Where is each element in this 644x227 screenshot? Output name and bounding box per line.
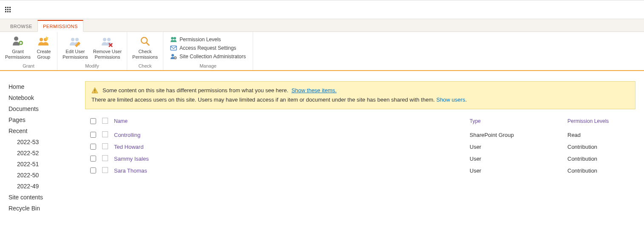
- svg-point-19: [175, 57, 176, 58]
- permissions-notice: Some content on this site has different …: [85, 81, 635, 109]
- table-row: Ted Howard User Contribution: [85, 141, 635, 153]
- permissions-table-header: Name Type Permission Levels: [85, 115, 635, 129]
- svg-point-7: [75, 38, 79, 41]
- item-type-icon: [102, 167, 108, 173]
- check-permissions-button[interactable]: CheckPermissions: [130, 34, 160, 62]
- principal-type: User: [470, 156, 567, 162]
- nav-documents[interactable]: Documents: [9, 103, 85, 114]
- item-type-icon: [102, 143, 108, 149]
- row-checkbox[interactable]: [90, 132, 96, 138]
- access-request-settings-icon: [170, 45, 177, 51]
- header-name[interactable]: Name: [114, 118, 470, 124]
- permission-levels-label: Permission Levels: [180, 37, 221, 43]
- notice-line1-text: Some content on this site has different …: [103, 87, 288, 94]
- warning-icon: [91, 87, 98, 94]
- svg-rect-16: [171, 46, 177, 50]
- principal-name-link[interactable]: Controlling: [114, 132, 140, 138]
- svg-point-4: [40, 38, 43, 41]
- permission-levels-link[interactable]: Permission Levels: [170, 36, 246, 43]
- grant-permissions-button[interactable]: GrantPermissions: [3, 34, 33, 62]
- tab-permissions[interactable]: PERMISSIONS: [37, 20, 83, 32]
- header-levels[interactable]: Permission Levels: [567, 118, 635, 124]
- site-collection-administrators-label: Site Collection Administrators: [180, 54, 246, 60]
- table-row: Sara Thomas User Contribution: [85, 165, 635, 176]
- show-these-items-link[interactable]: Show these items.: [291, 87, 336, 94]
- svg-rect-3: [20, 43, 22, 43]
- remove-user-permissions-icon: [100, 34, 114, 48]
- content-area: Home Notebook Documents Pages Recent 202…: [0, 71, 644, 214]
- principal-name-link[interactable]: Ted Howard: [114, 144, 143, 150]
- permission-levels-icon: [170, 36, 177, 43]
- tab-browse[interactable]: BROWSE: [5, 21, 37, 31]
- access-request-settings-link[interactable]: Access Request Settings: [170, 45, 246, 51]
- app-launcher-icon[interactable]: [5, 7, 11, 13]
- nav-recycle-bin[interactable]: Recycle Bin: [9, 203, 85, 214]
- create-group-label: CreateGroup: [37, 49, 51, 60]
- svg-point-0: [14, 37, 18, 41]
- nav-recent[interactable]: Recent: [9, 125, 85, 136]
- nav-recent-item[interactable]: 2022-49: [17, 181, 85, 192]
- remove-user-permissions-label: Remove UserPermissions: [93, 49, 122, 60]
- ribbon-tabs: BROWSE PERMISSIONS: [0, 19, 644, 32]
- nav-pages[interactable]: Pages: [9, 114, 85, 125]
- create-group-button[interactable]: CreateGroup: [33, 34, 54, 62]
- ribbon-group-check: CheckPermissions Check: [127, 32, 163, 70]
- svg-point-9: [107, 38, 111, 41]
- nav-home[interactable]: Home: [9, 81, 85, 92]
- nav-recent-item[interactable]: 2022-53: [17, 136, 85, 148]
- nav-recent-sub: 2022-53 2022-52 2022-51 2022-50 2022-49: [9, 136, 85, 192]
- remove-user-permissions-button[interactable]: Remove UserPermissions: [91, 34, 124, 62]
- select-all-checkbox[interactable]: [90, 118, 96, 124]
- svg-point-6: [71, 38, 74, 41]
- nav-recent-item[interactable]: 2022-50: [17, 170, 85, 181]
- row-checkbox[interactable]: [90, 167, 96, 173]
- principal-type: User: [470, 144, 567, 150]
- svg-line-13: [146, 43, 149, 45]
- check-permissions-icon: [138, 34, 152, 48]
- ribbon-group-grant: GrantPermissions CreateGroup Grant: [0, 32, 57, 70]
- nav-recent-item[interactable]: 2022-51: [17, 159, 85, 170]
- show-users-link[interactable]: Show users: [436, 96, 465, 103]
- principal-name-link[interactable]: Sammy Isales: [114, 156, 149, 162]
- row-checkbox[interactable]: [90, 156, 96, 162]
- ribbon-group-grant-title: Grant: [23, 62, 34, 69]
- principal-type: User: [470, 167, 567, 174]
- permission-level: Read: [567, 132, 635, 138]
- permission-level: Contribution: [567, 156, 635, 162]
- edit-user-permissions-button[interactable]: Edit UserPermissions: [60, 34, 91, 62]
- permission-level: Contribution: [567, 144, 635, 150]
- header-type[interactable]: Type: [470, 118, 567, 124]
- grant-permissions-icon: [11, 34, 25, 48]
- ribbon-group-check-title: Check: [138, 62, 151, 69]
- quick-launch-nav: Home Notebook Documents Pages Recent 202…: [0, 81, 85, 214]
- item-type-header-icon: [102, 118, 108, 124]
- notice-line2-text-b: .: [465, 96, 467, 103]
- nav-site-contents[interactable]: Site contents: [9, 192, 85, 203]
- table-row: Sammy Isales User Contribution: [85, 153, 635, 165]
- row-checkbox[interactable]: [90, 144, 96, 150]
- item-type-icon: [102, 131, 108, 137]
- permission-level: Contribution: [567, 167, 635, 174]
- permissions-table: Name Type Permission Levels Controlling …: [85, 115, 635, 176]
- ribbon: GrantPermissions CreateGroup Grant: [0, 32, 644, 71]
- nav-notebook[interactable]: Notebook: [9, 92, 85, 103]
- create-group-icon: [37, 34, 51, 48]
- item-type-icon: [102, 155, 108, 161]
- ribbon-group-manage: Permission Levels Access Request Setting…: [163, 32, 253, 70]
- grant-permissions-label: GrantPermissions: [5, 49, 31, 60]
- svg-point-14: [171, 37, 174, 40]
- notice-line2-text-a: There are limited access users on this s…: [91, 96, 436, 103]
- nav-recent-item[interactable]: 2022-52: [17, 148, 85, 159]
- principal-type: SharePoint Group: [470, 132, 567, 138]
- site-collection-administrators-icon: [170, 53, 177, 60]
- site-collection-administrators-link[interactable]: Site Collection Administrators: [170, 53, 246, 60]
- table-row: Controlling SharePoint Group Read: [85, 129, 635, 141]
- svg-point-15: [174, 37, 176, 40]
- principal-name-link[interactable]: Sara Thomas: [114, 167, 147, 174]
- edit-user-permissions-label: Edit UserPermissions: [63, 49, 88, 60]
- ribbon-group-modify-title: Modify: [85, 62, 99, 69]
- svg-rect-20: [94, 89, 95, 91]
- main-content: Some content on this site has different …: [85, 81, 644, 214]
- ribbon-group-manage-title: Manage: [199, 62, 217, 69]
- ribbon-group-modify: Edit UserPermissions Remove UserPermissi…: [57, 32, 127, 70]
